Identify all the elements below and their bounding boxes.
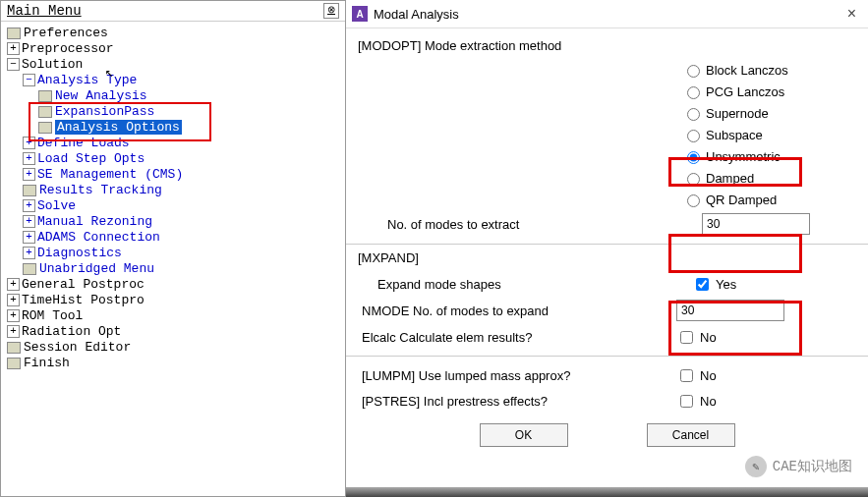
tree-item-manual-rezoning[interactable]: +Manual Rezoning xyxy=(3,214,343,230)
radio-unsymmetric[interactable]: Unsymmetric xyxy=(682,145,856,167)
leaf-icon xyxy=(7,342,21,354)
n-modes-extract-label: No. of modes to extract xyxy=(358,217,702,232)
radio-input[interactable] xyxy=(687,108,700,121)
shadow xyxy=(346,487,868,497)
cursor-icon: ↖ xyxy=(105,64,113,81)
lumpm-label: [LUMPM] Use lumped mass approx? xyxy=(358,368,676,383)
leaf-icon xyxy=(38,122,52,134)
leaf-icon xyxy=(38,90,52,102)
tree-item-preprocessor[interactable]: +Preprocessor xyxy=(3,41,343,57)
panel-control-icon[interactable]: ⊗ xyxy=(323,3,339,19)
expand-icon[interactable]: + xyxy=(23,231,35,244)
tree-item-solution[interactable]: −Solution xyxy=(3,57,343,73)
expand-shapes-row: Expand mode shapes Yes xyxy=(358,271,856,297)
leaf-icon xyxy=(23,263,36,275)
tree-item-adams-connection[interactable]: +ADAMS Connection xyxy=(3,230,343,246)
tree-item-define-loads[interactable]: +Define Loads xyxy=(3,136,343,151)
tree-item-session-editor[interactable]: Session Editor xyxy=(3,340,343,356)
tree-item-expansion-pass[interactable]: ExpansionPass xyxy=(3,104,343,120)
leaf-icon xyxy=(7,28,21,39)
tree-item-general-postproc[interactable]: +General Postproc xyxy=(3,277,343,293)
radio-pcg-lanczos[interactable]: PCG Lanczos xyxy=(682,81,856,102)
watermark: ✎ CAE知识地图 xyxy=(739,454,858,479)
n-modes-extract-input[interactable] xyxy=(702,213,810,235)
tree-item-solve[interactable]: +Solve xyxy=(3,198,343,214)
expand-icon[interactable]: + xyxy=(7,278,20,291)
tree-item-analysis-options[interactable]: Analysis Options xyxy=(3,120,343,136)
collapse-icon[interactable]: − xyxy=(7,58,20,71)
elcalc-label: Elcalc Calculate elem results? xyxy=(358,330,676,345)
tree-item-rom-tool[interactable]: +ROM Tool xyxy=(3,308,343,324)
expand-icon[interactable]: + xyxy=(23,247,35,259)
radio-supernode[interactable]: Supernode xyxy=(682,102,856,124)
leaf-icon xyxy=(38,106,52,118)
dialog-buttons: OK Cancel xyxy=(358,423,856,447)
tree-item-radiation-opt[interactable]: +Radiation Opt xyxy=(3,324,343,340)
nmode-input[interactable] xyxy=(676,300,784,321)
expand-icon[interactable]: + xyxy=(7,325,20,338)
watermark-text: CAE知识地图 xyxy=(773,458,852,475)
radio-damped[interactable]: Damped xyxy=(682,167,856,189)
lumpm-row: [LUMPM] Use lumped mass approx? No xyxy=(358,362,856,388)
cancel-button[interactable]: Cancel xyxy=(647,423,735,447)
watermark-icon: ✎ xyxy=(745,456,767,477)
pstres-checkbox[interactable] xyxy=(680,395,693,408)
close-icon[interactable]: × xyxy=(841,5,862,23)
tree-item-results-tracking[interactable]: Results Tracking xyxy=(3,183,343,198)
expand-icon[interactable]: + xyxy=(23,168,35,181)
leaf-icon xyxy=(23,185,36,196)
pstres-label: [PSTRES] Incl prestress effects? xyxy=(358,394,676,409)
expand-icon[interactable]: + xyxy=(23,137,35,149)
radio-input[interactable] xyxy=(687,130,700,142)
ok-button[interactable]: OK xyxy=(480,423,568,447)
tree-item-diagnostics[interactable]: +Diagnostics xyxy=(3,246,343,261)
dialog-title: Modal Analysis xyxy=(374,7,459,22)
radio-block-lanczos[interactable]: Block Lanczos xyxy=(682,59,856,81)
expand-icon[interactable]: + xyxy=(23,215,35,228)
main-menu-title: Main Menu xyxy=(7,3,82,19)
mxpand-label: [MXPAND] xyxy=(358,250,856,265)
modal-analysis-dialog: A Modal Analysis × [MODOPT] Mode extract… xyxy=(346,0,868,497)
tree-item-preferences[interactable]: Preferences xyxy=(3,26,343,41)
elcalc-checkbox[interactable] xyxy=(680,331,693,344)
nmode-row: NMODE No. of modes to expand xyxy=(358,297,856,324)
expand-icon[interactable]: + xyxy=(7,42,20,55)
mode-extraction-radios: Block Lanczos PCG Lanczos Supernode Subs… xyxy=(682,59,856,210)
app-icon: A xyxy=(352,6,368,22)
divider xyxy=(346,356,868,357)
dialog-title-bar[interactable]: A Modal Analysis × xyxy=(346,0,868,28)
tree-item-finish[interactable]: Finish xyxy=(3,356,343,371)
tree-item-timehist-postpro[interactable]: +TimeHist Postpro xyxy=(3,293,343,308)
radio-input[interactable] xyxy=(687,173,700,186)
radio-input[interactable] xyxy=(687,86,700,99)
expand-shapes-label: Expand mode shapes xyxy=(358,277,692,292)
pstres-row: [PSTRES] Incl prestress effects? No xyxy=(358,388,856,414)
radio-subspace[interactable]: Subspace xyxy=(682,124,856,145)
main-menu-panel: Main Menu ⊗ Preferences +Preprocessor −S… xyxy=(0,0,346,497)
elcalc-row: Elcalc Calculate elem results? No xyxy=(358,324,856,350)
main-menu-title-bar: Main Menu ⊗ xyxy=(1,1,345,22)
n-modes-extract-row: No. of modes to extract xyxy=(358,210,856,238)
tree-item-unabridged-menu[interactable]: Unabridged Menu xyxy=(3,261,343,277)
tree-item-se-management[interactable]: +SE Management (CMS) xyxy=(3,167,343,183)
expand-icon[interactable]: + xyxy=(23,199,35,212)
tree-item-load-step-opts[interactable]: +Load Step Opts xyxy=(3,151,343,167)
divider xyxy=(346,244,868,245)
expand-icon[interactable]: + xyxy=(7,294,20,306)
tree-item-analysis-type[interactable]: −Analysis Type xyxy=(3,73,343,88)
leaf-icon xyxy=(7,358,21,369)
tree: Preferences +Preprocessor −Solution −Ana… xyxy=(1,22,345,375)
radio-input[interactable] xyxy=(687,65,700,78)
collapse-icon[interactable]: − xyxy=(23,74,35,86)
radio-input[interactable] xyxy=(687,151,700,164)
tree-item-new-analysis[interactable]: New Analysis xyxy=(3,88,343,104)
dialog-body: [MODOPT] Mode extraction method Block La… xyxy=(346,28,868,453)
nmode-label: NMODE No. of modes to expand xyxy=(358,304,676,318)
lumpm-checkbox[interactable] xyxy=(680,369,693,382)
expand-icon[interactable]: + xyxy=(7,309,20,322)
expand-icon[interactable]: + xyxy=(23,152,35,165)
expand-shapes-checkbox[interactable] xyxy=(696,278,709,291)
radio-input[interactable] xyxy=(687,194,700,207)
modopt-label: [MODOPT] Mode extraction method xyxy=(358,38,856,53)
radio-qr-damped[interactable]: QR Damped xyxy=(682,189,856,210)
